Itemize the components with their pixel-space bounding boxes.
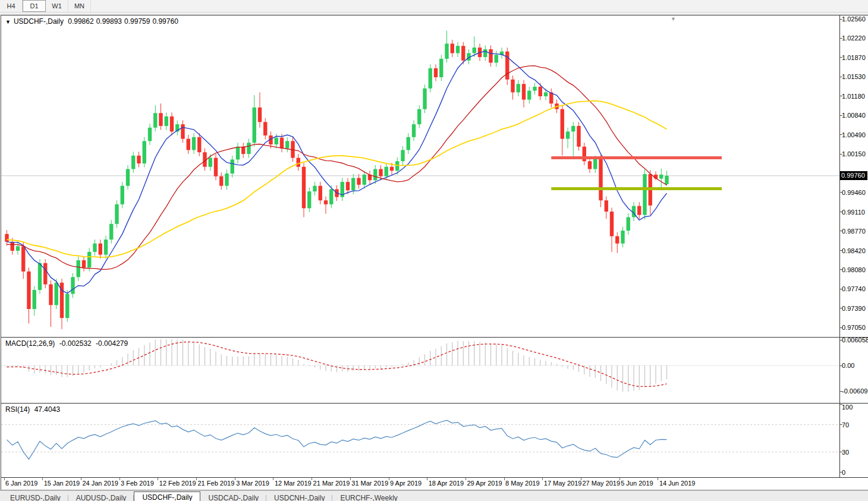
rsi-panel: RSI(14) 47.4043 10070300	[1, 404, 868, 478]
chart-window: ▼USDCHF-,Daily 0.998620.998930.997590.99…	[1, 15, 868, 490]
ohlc-open: 0.99862	[68, 17, 93, 26]
ohlc-low: 0.99759	[124, 17, 150, 26]
date-axis-label: 27 May 2019	[583, 480, 621, 487]
date-axis-label: 6 Jan 2019	[5, 480, 37, 487]
rsi-axis[interactable]: 10070300	[840, 404, 867, 477]
date-axis-label: 3 Mar 2019	[236, 480, 269, 487]
timeframe-button-h4[interactable]: H4	[0, 0, 23, 12]
chart-tab-audusddaily[interactable]: AUDUSD-,Daily	[68, 493, 134, 501]
date-axis-label: 24 Jan 2019	[82, 480, 118, 487]
date-axis-label: 5 Jun 2019	[621, 480, 653, 487]
macd-axis[interactable]: 0.0060580.00-0.006095	[840, 338, 867, 403]
date-axis-tick	[542, 478, 543, 480]
date-axis-label: 8 May 2019	[505, 480, 539, 487]
chart-tab-usdchfdaily[interactable]: USDCHF-,Daily	[134, 491, 200, 501]
toolbar-empty-space	[91, 0, 868, 12]
quick-trade-arrow-icon[interactable]: ▼	[5, 19, 11, 25]
timeframe-button-mn[interactable]: MN	[68, 0, 91, 12]
price-axis-label: 0.98080	[842, 266, 866, 274]
macd-axis-label: 0.006058	[842, 336, 868, 344]
macd-title: MACD(12,26,9) -0.002532 -0.004279	[5, 339, 130, 348]
chart-tab-bar: EURUSD-,DailyAUDUSD-,DailyUSDCHF-,DailyU…	[0, 490, 868, 501]
date-axis-tick	[658, 478, 658, 480]
date-axis-label: 21 Mar 2019	[313, 480, 350, 487]
rsi-axis-label: 0	[842, 468, 845, 477]
price-axis[interactable]: 1.025601.022201.018701.015301.011801.008…	[840, 15, 867, 337]
macd-panel: MACD(12,26,9) -0.002532 -0.004279 0.0060…	[1, 338, 868, 404]
price-axis-label: 1.00840	[842, 111, 866, 119]
mt4-window: H4D1W1MN ▼USDCHF-,Daily 0.998620.998930.…	[0, 0, 868, 501]
date-axis-label: 21 Feb 2019	[198, 480, 235, 487]
date-axis-tick	[581, 478, 581, 480]
date-axis-tick	[466, 478, 466, 480]
price-axis-label: 1.00150	[842, 150, 866, 158]
date-axis-tick	[196, 478, 197, 480]
rsi-axis-label: 70	[842, 421, 849, 429]
date-axis-label: 14 Jun 2019	[659, 480, 696, 487]
date-axis-label: 9 Apr 2019	[390, 480, 422, 487]
ohlc-close: 0.99760	[152, 17, 178, 26]
date-axis-tick	[235, 478, 235, 480]
timeframe-button-d1[interactable]: D1	[23, 0, 46, 12]
chart-tab-usdcnhdaily[interactable]: USDCNH-,Daily	[266, 493, 332, 501]
rsi-title: RSI(14) 47.4043	[5, 405, 62, 414]
date-axis-label: 12 Feb 2019	[159, 480, 196, 487]
date-axis[interactable]: 6 Jan 201915 Jan 201924 Jan 20193 Feb 20…	[1, 478, 868, 490]
price-panel: ▼USDCHF-,Daily 0.998620.998930.997590.99…	[1, 15, 868, 338]
date-axis-label: 12 Mar 2019	[275, 480, 312, 487]
date-axis-label: 17 May 2019	[544, 480, 582, 487]
price-axis-label: 1.02220	[842, 34, 866, 42]
macd-label: MACD(12,26,9)	[5, 339, 55, 348]
price-axis-label: 0.97390	[842, 304, 866, 313]
date-axis-tick	[119, 478, 120, 480]
chart-tab-eurusddaily[interactable]: EURUSD-,Daily	[2, 493, 68, 501]
rsi-axis-label: 100	[842, 403, 853, 411]
chart-shift-marker-icon[interactable]: ▼	[671, 16, 676, 22]
macd-signal-value: -0.004279	[96, 339, 128, 348]
date-axis-tick	[81, 478, 81, 480]
macd-axis-label: 0.00	[842, 361, 854, 370]
rsi-label: RSI(14)	[5, 405, 30, 414]
price-axis-label: 1.01180	[842, 92, 865, 100]
date-axis-tick	[427, 478, 427, 480]
current-price-label: 0.99760	[840, 171, 867, 180]
price-axis-label: 1.02560	[842, 15, 866, 23]
date-axis-label: 15 Jan 2019	[44, 480, 80, 487]
chart-tab-eurchfweekly[interactable]: EURCHF-,Weekly	[332, 493, 405, 501]
chart-symbol: USDCHF-,Daily	[14, 17, 64, 26]
candlestick-chart	[1, 15, 839, 336]
rsi-plot-area[interactable]: RSI(14) 47.4043	[1, 404, 840, 477]
rsi-chart	[1, 404, 839, 477]
date-axis-tick	[158, 478, 158, 480]
date-axis-label: 31 Mar 2019	[351, 480, 388, 487]
date-axis-tick	[389, 478, 389, 480]
date-axis-tick	[619, 478, 620, 480]
rsi-value: 47.4043	[34, 405, 60, 414]
date-axis-tick	[273, 478, 273, 480]
date-axis-tick	[4, 478, 5, 480]
price-axis-label: 0.97050	[842, 323, 866, 332]
price-axis-label: 0.98770	[842, 227, 866, 235]
price-axis-label: 0.97740	[842, 285, 866, 293]
date-axis-tick	[312, 478, 312, 480]
chart-tab-usdcaddaily[interactable]: USDCAD-,Daily	[200, 493, 266, 501]
macd-value: -0.002532	[59, 339, 92, 348]
price-axis-label: 0.98420	[842, 247, 866, 255]
date-axis-label: 18 Apr 2019	[429, 480, 464, 487]
date-axis-label: 3 Feb 2019	[121, 480, 154, 487]
price-axis-label: 1.01870	[842, 53, 866, 62]
macd-plot-area[interactable]: MACD(12,26,9) -0.002532 -0.004279	[1, 338, 840, 403]
ohlc-high: 0.99893	[96, 17, 122, 26]
price-axis-label: 0.99110	[842, 208, 865, 216]
date-axis-label: 29 Apr 2019	[467, 480, 502, 487]
date-axis-tick	[42, 478, 43, 480]
timeframe-button-w1[interactable]: W1	[46, 0, 68, 12]
price-plot-area[interactable]: ▼USDCHF-,Daily 0.998620.998930.997590.99…	[1, 15, 840, 337]
date-axis-tick	[350, 478, 351, 480]
price-axis-label: 1.01530	[842, 73, 866, 81]
price-axis-label: 1.00490	[842, 131, 866, 139]
macd-axis-label: -0.006095	[842, 387, 868, 395]
timeframe-toolbar: H4D1W1MN	[0, 0, 868, 12]
chart-title: ▼USDCHF-,Daily 0.998620.998930.997590.99…	[5, 17, 181, 26]
price-axis-label: 0.99460	[842, 188, 866, 197]
